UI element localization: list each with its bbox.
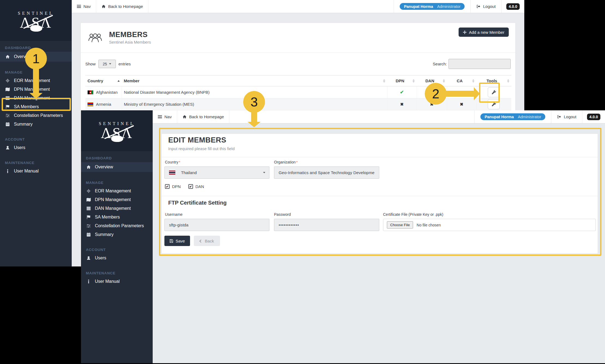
step-2-arrowhead	[474, 87, 480, 100]
dpn-x-icon: ✖	[387, 98, 417, 110]
calendar-icon	[5, 122, 11, 126]
sidebar-item-label: Constellation Parameters	[95, 223, 144, 228]
entries-label: entries	[119, 62, 131, 66]
search-input[interactable]	[449, 59, 511, 69]
user-badge-wrap: Panupat Horma Administrator	[474, 110, 551, 123]
sidebar-section-dashboard: DASHBOARD	[81, 154, 153, 162]
sidebar-section-account: ACCOUNT	[0, 136, 72, 143]
sliders-icon	[86, 224, 92, 228]
sidebar-item-constellation-parameters[interactable]: Constellation Parameters	[0, 111, 72, 120]
sort-icon	[507, 79, 509, 83]
add-new-member-button[interactable]: Add a new Member	[459, 28, 509, 37]
user-badge[interactable]: Panupat Horma Administrator	[400, 3, 465, 10]
logout-label: Logout	[564, 114, 576, 119]
sidebar-item-label: DPN Management	[95, 197, 131, 202]
sidebar-item-eor-management[interactable]: EOR Management	[81, 187, 153, 195]
calendar-icon	[86, 232, 92, 237]
column-header-ca[interactable]: CA	[447, 75, 476, 86]
nav-menu-button[interactable]: Nav	[153, 110, 177, 123]
sidebar-item-summary[interactable]: Summary	[81, 230, 153, 239]
sidebar-item-user-manual[interactable]: User Manual	[81, 277, 153, 286]
sidebar-item-label: Users	[14, 145, 25, 150]
sidebar-item-sa-members[interactable]: SA Members	[81, 213, 153, 222]
user-icon	[5, 145, 11, 150]
sidebar-item-overview[interactable]: Overview	[81, 162, 153, 172]
logout-label: Logout	[483, 4, 496, 9]
sidebar-item-dpn-management[interactable]: DPN Management	[81, 195, 153, 204]
page-heading: MEMBERS Sentinel Asia Members	[109, 31, 151, 44]
sidebar-section-maintenance: MAINTENANCE	[81, 269, 153, 277]
column-header-dpn[interactable]: DPN	[387, 75, 417, 86]
sidebar-item-label: Summary	[14, 122, 32, 127]
sidebar: SENTINEL ΛSΛ DASHBOARDOverviewMANAGEEOR …	[81, 110, 153, 363]
hamburger-icon	[77, 5, 81, 8]
sidebar-item-label: User Manual	[14, 169, 39, 174]
user-icon	[86, 256, 92, 260]
sidebar-item-users[interactable]: Users	[81, 254, 153, 262]
column-header-country[interactable]: Country	[85, 75, 122, 86]
info-icon	[86, 279, 92, 284]
chevron-down-icon	[109, 63, 111, 65]
home-icon	[86, 165, 92, 169]
nav-label: Nav	[83, 4, 91, 9]
topbar-right: Panupat Horma Administrator Logout 4.0.0	[394, 0, 524, 13]
tutorial-canvas: SENTINEL ΛSΛ DASHBOARDOverviewMANAGEEOR …	[0, 0, 605, 364]
map-icon	[86, 198, 92, 202]
user-name: Panupat Horma	[404, 4, 433, 9]
country-name: Armenia	[96, 102, 111, 107]
info-icon	[5, 169, 11, 173]
step-1-badge: 1	[25, 48, 47, 69]
logout-button[interactable]: Logout	[470, 0, 501, 13]
back-to-homepage-button[interactable]: Back to Homepage	[177, 110, 230, 123]
crosshair-icon	[5, 78, 11, 83]
sidebar-item-user-manual[interactable]: User Manual	[0, 167, 72, 175]
home-icon	[101, 4, 106, 8]
user-role: Administrator	[437, 4, 460, 9]
sidebar-item-label: SA Members	[95, 215, 120, 220]
hamburger-icon	[158, 115, 162, 118]
step-3-arrow	[251, 112, 257, 122]
map-icon	[5, 87, 11, 92]
server-icon	[86, 206, 92, 211]
sidebar-item-label: Users	[95, 256, 106, 260]
sentinel-asia-logo: SENTINEL ΛSΛ	[81, 110, 153, 151]
nav-menu-button[interactable]: Nav	[72, 0, 96, 13]
sidebar-item-label: EOR Management	[95, 189, 131, 193]
sort-icon	[443, 79, 445, 83]
page-subtitle: Sentinel Asia Members	[109, 40, 151, 44]
table-row: ArmeniaMinistry of Emergency Situation (…	[85, 98, 511, 110]
sidebar-item-constellation-parameters[interactable]: Constellation Parameters	[81, 222, 153, 230]
sidebar-section-manage: MANAGE	[81, 179, 153, 187]
version-wrap: 4.0.0	[582, 110, 605, 123]
members-card-header: MEMBERS Sentinel Asia Members Add a new …	[81, 23, 515, 53]
page-size-value: 25	[103, 62, 107, 66]
sidebar: SENTINEL ΛSΛ DASHBOARDOverviewMANAGEEOR …	[0, 0, 72, 266]
logo-text-asia: ΛSΛ	[101, 126, 133, 140]
logout-button[interactable]: Logout	[551, 110, 582, 123]
logout-icon	[557, 115, 561, 119]
sidebar-item-label: DAN Management	[95, 206, 131, 211]
version-badge: 4.0.0	[587, 114, 600, 120]
topbar: Nav Back to Homepage Panupat Horma Admin…	[72, 0, 524, 13]
sort-asc-icon	[118, 80, 120, 81]
version-wrap: 4.0.0	[501, 0, 524, 13]
sidebar-item-label: Summary	[95, 232, 113, 237]
country-cell: Armenia	[85, 98, 122, 110]
sidebar-item-summary[interactable]: Summary	[0, 120, 72, 129]
sidebar-section-maintenance: MAINTENANCE	[0, 159, 72, 167]
back-to-homepage-label: Back to Homepage	[189, 114, 224, 119]
highlight-box-sa-members	[2, 98, 71, 111]
column-header-member[interactable]: Member	[122, 75, 387, 86]
version-badge: 4.0.0	[506, 3, 520, 10]
sidebar-item-users[interactable]: Users	[0, 143, 72, 152]
page-title: MEMBERS	[109, 31, 151, 39]
topbar-right: Panupat Horma Administrator Logout 4.0.0	[474, 110, 605, 123]
country-cell: Afghanistan	[85, 86, 122, 98]
page-size-select[interactable]: 25	[98, 60, 116, 68]
back-to-homepage-button[interactable]: Back to Homepage	[96, 0, 149, 13]
user-badge[interactable]: Panupat Horma Administrator	[480, 113, 545, 120]
sidebar-item-label: EOR Management	[14, 78, 50, 83]
crosshair-icon	[86, 189, 92, 193]
sidebar-item-dan-management[interactable]: DAN Management	[81, 204, 153, 213]
highlight-box-tools-button	[479, 83, 500, 103]
